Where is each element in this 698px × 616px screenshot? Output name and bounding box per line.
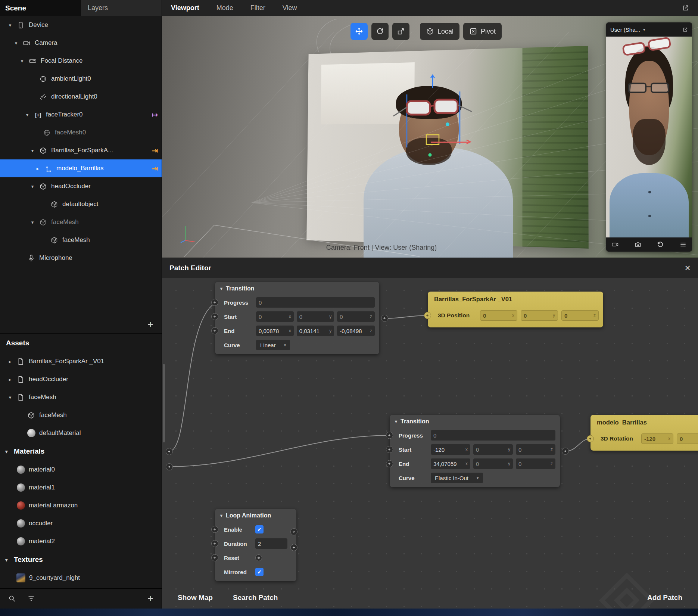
position-x-input[interactable]: x	[480, 310, 517, 321]
rotation-y-input[interactable]	[677, 433, 698, 444]
pivot-button[interactable]: Pivot	[463, 23, 502, 40]
mirrored-checkbox[interactable]: ✓	[255, 568, 264, 576]
input-port[interactable]	[211, 299, 218, 306]
patch-canvas[interactable]: ▾ Transition Progress Start x y z	[162, 278, 698, 609]
filter-icon[interactable]	[27, 595, 35, 603]
caret-right-icon[interactable]: ▸	[7, 359, 13, 364]
wire-source-port[interactable]	[166, 448, 173, 455]
patch-loop-animation[interactable]: ▾ Loop Animation Enable ✓ Duration	[215, 509, 296, 581]
input-port[interactable]	[386, 460, 393, 467]
caret-down-icon[interactable]: ▾	[395, 419, 397, 424]
texture-item[interactable]: 9_courtyard_night	[0, 569, 162, 587]
material-item[interactable]: occudler	[0, 514, 162, 532]
scene-item-facemesh-group[interactable]: ▾ faceMesh	[0, 213, 162, 231]
caret-down-icon[interactable]: ▾	[19, 58, 25, 64]
caret-down-icon[interactable]: ▾	[5, 449, 10, 454]
menu-mode[interactable]: Mode	[216, 4, 233, 12]
search-patch-button[interactable]: Search Patch	[233, 594, 278, 602]
viewport-3d[interactable]: Local Pivot User (Sha... ▾	[162, 16, 698, 258]
caret-down-icon[interactable]: ▾	[13, 40, 19, 46]
search-icon[interactable]	[8, 595, 16, 603]
start-z-input[interactable]: z	[516, 444, 555, 455]
end-y-input[interactable]: y	[473, 458, 513, 469]
add-asset-button[interactable]: +	[147, 594, 153, 604]
input-port[interactable]	[587, 435, 594, 442]
patch-output-badge[interactable]: ↦	[152, 111, 158, 119]
end-z-input[interactable]: z	[337, 326, 375, 336]
caret-down-icon[interactable]: ▾	[220, 513, 222, 518]
caret-down-icon[interactable]: ▾	[5, 557, 10, 563]
close-icon[interactable]: ×	[685, 263, 691, 273]
scene-item-facemesh[interactable]: ▾ faceMesh	[0, 231, 162, 249]
scene-item-directionallight0[interactable]: ▾ directionalLight0	[0, 88, 162, 106]
patch-input-badge[interactable]: ⇥	[152, 164, 158, 173]
curve-select[interactable]: Elastic In-Out ▾	[431, 473, 483, 483]
input-port[interactable]	[386, 432, 393, 439]
materials-section-title[interactable]: ▾ Materials	[0, 442, 162, 461]
input-port[interactable]	[424, 312, 431, 319]
input-port[interactable]	[211, 554, 218, 561]
progress-input[interactable]	[431, 430, 555, 441]
loop-output-port[interactable]	[290, 544, 297, 551]
asset-item-headoccluder[interactable]: ▸ headOccluder	[0, 370, 162, 388]
tab-scene[interactable]: Scene	[0, 0, 81, 16]
start-x-input[interactable]: x	[256, 311, 294, 322]
scale-tool-button[interactable]	[392, 23, 409, 40]
output-port[interactable]	[381, 315, 388, 322]
progress-input[interactable]	[256, 297, 375, 308]
show-map-button[interactable]: Show Map	[178, 594, 213, 602]
caret-right-icon[interactable]: ▸	[7, 377, 13, 382]
patch-barrillas-3d-position[interactable]: Barrillas_ForSparkAr _V01 3D Position x …	[428, 292, 603, 327]
popout-icon[interactable]	[682, 27, 688, 32]
patch-header[interactable]: ▾ Loop Animation	[215, 509, 296, 522]
add-patch-button[interactable]: Add Patch	[647, 594, 682, 602]
rotate-tool-button[interactable]	[371, 23, 389, 40]
curve-select[interactable]: Linear ▾	[256, 340, 290, 350]
chevron-down-icon[interactable]: ▾	[643, 27, 645, 32]
patch-header[interactable]: ▾ Transition	[215, 282, 379, 295]
position-y-input[interactable]: y	[521, 310, 558, 321]
canvas-scrollbar[interactable]	[163, 364, 165, 442]
material-item[interactable]: material0	[0, 461, 162, 479]
asset-item-defaultmaterial[interactable]: ▾ defaultMaterial	[0, 424, 162, 442]
textures-section-title[interactable]: ▾ Textures	[0, 550, 162, 569]
scene-item-modelo-barrillas[interactable]: ▸ modelo_Barrillas ⇥	[0, 159, 162, 177]
duration-input[interactable]	[255, 538, 287, 549]
end-y-input[interactable]: y	[297, 326, 334, 336]
local-space-button[interactable]: Local	[420, 23, 459, 40]
input-port[interactable]	[211, 526, 218, 533]
input-port[interactable]	[211, 313, 218, 320]
scene-item-facemesh0[interactable]: ▾ faceMesh0	[0, 124, 162, 141]
patch-header[interactable]: ▾ Transition	[390, 415, 560, 428]
wire-source-port[interactable]	[166, 463, 173, 470]
menu-viewport[interactable]: Viewport	[171, 4, 199, 12]
expand-viewport-icon[interactable]	[682, 4, 689, 12]
scene-item-barrillas[interactable]: ▾ Barrillas_ForSparkA... ⇥	[0, 141, 162, 159]
start-z-input[interactable]: z	[337, 311, 375, 322]
menu-filter[interactable]: Filter	[250, 4, 265, 12]
scene-item-ambientlight0[interactable]: ▾ ambientLight0	[0, 70, 162, 88]
asset-item-barrillas[interactable]: ▸ Barrillas_ForSparkAr _V01	[0, 352, 162, 370]
input-port[interactable]	[211, 540, 218, 547]
caret-down-icon[interactable]: ▾	[30, 184, 35, 189]
video-camera-icon[interactable]	[611, 241, 619, 248]
material-item[interactable]: material2	[0, 532, 162, 550]
tab-layers[interactable]: Layers	[81, 0, 162, 16]
end-x-input[interactable]: x	[431, 458, 470, 469]
start-x-input[interactable]: x	[431, 444, 470, 455]
loop-output-port[interactable]	[290, 528, 297, 535]
menu-view[interactable]: View	[283, 4, 297, 12]
scene-item-facetracker0[interactable]: ▾ [+] faceTracker0 ↦	[0, 106, 162, 124]
scene-item-camera[interactable]: ▾ Camera	[0, 34, 162, 52]
caret-down-icon[interactable]: ▾	[7, 22, 13, 28]
caret-down-icon[interactable]: ▾	[30, 220, 35, 225]
position-z-input[interactable]: z	[561, 310, 599, 321]
material-item[interactable]: material armazon	[0, 497, 162, 514]
patch-modelo-3d-rotation[interactable]: modelo_Barrillas 3D Rotation x	[591, 415, 698, 451]
scene-item-device[interactable]: ▾ Device	[0, 16, 162, 34]
material-item[interactable]: material1	[0, 479, 162, 497]
start-y-input[interactable]: y	[473, 444, 513, 455]
reset-pulse-button[interactable]	[255, 554, 262, 561]
output-port[interactable]	[562, 448, 569, 455]
asset-item-facemesh[interactable]: ▾ faceMesh	[0, 388, 162, 406]
